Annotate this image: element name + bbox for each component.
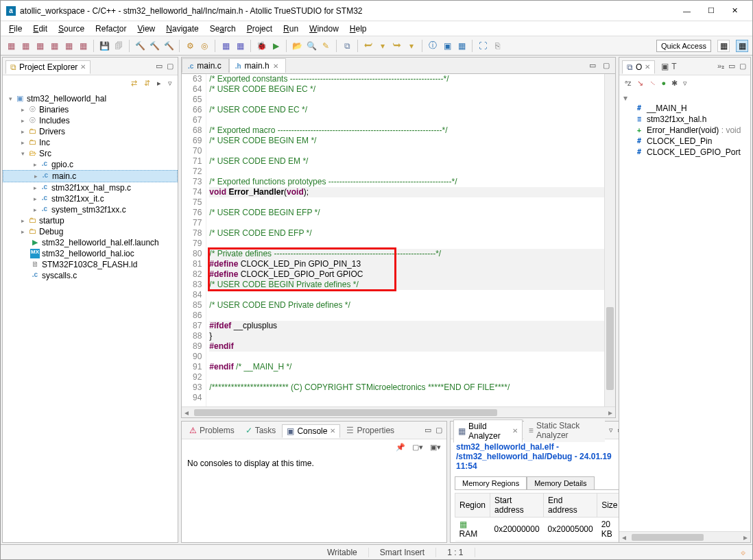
more-icon[interactable]: »₂: [716, 62, 726, 71]
fwd-dd-icon[interactable]: ▾: [405, 40, 418, 52]
hide-nonpublic-icon[interactable]: ✱: [670, 79, 679, 88]
back-dd-icon[interactable]: ▾: [376, 40, 389, 52]
tree-file[interactable]: ▸.cgpio.c: [3, 159, 178, 170]
memory-details-tab[interactable]: Memory Details: [527, 476, 594, 489]
make-icon[interactable]: ▦: [234, 40, 246, 52]
editor-tab-main-h[interactable]: .hmain.h✕: [229, 58, 286, 73]
perspective-cpp[interactable]: ▦: [717, 40, 730, 52]
tree-includes[interactable]: ▸⦾Includes: [3, 115, 178, 126]
console-tab[interactable]: ▣Console✕: [282, 424, 340, 438]
filter-icon[interactable]: ●: [660, 79, 668, 87]
maximize-editor-icon[interactable]: ▢: [601, 61, 611, 70]
tree-file[interactable]: ▸.cstm32f1xx_it.c: [3, 193, 178, 204]
tree-file-launch[interactable]: ▶stm32_helloworld_hal.elf.launch: [3, 237, 178, 248]
horizontal-scrollbar[interactable]: ◂ ▸: [619, 531, 750, 542]
toggle-icon[interactable]: ⧉: [341, 40, 353, 52]
chip-icon[interactable]: ▣: [441, 40, 453, 52]
pin-icon[interactable]: 📌: [394, 443, 407, 452]
col-end[interactable]: End address: [544, 494, 597, 518]
outline-item[interactable]: #__MAIN_H: [622, 103, 748, 114]
fwd-icon[interactable]: ⮩: [391, 40, 403, 52]
col-start[interactable]: Start address: [490, 494, 544, 518]
properties-tab[interactable]: ☰Properties: [342, 424, 399, 437]
max-icon[interactable]: ⛶: [477, 40, 489, 52]
hide-fields-icon[interactable]: ↘: [636, 79, 645, 88]
tree-file-ioc[interactable]: MXstm32_helloworld_hal.ioc: [3, 248, 178, 259]
debug-icon[interactable]: 🐞: [255, 40, 267, 52]
maximize-view-icon[interactable]: ▢: [434, 426, 444, 435]
menu-run[interactable]: Run: [278, 23, 304, 35]
build-elf-link[interactable]: stm32_helloworld_hal.elf - /stm32_hellow…: [451, 439, 639, 474]
twisty-open-icon[interactable]: ▾: [5, 95, 15, 102]
twisty-closed-icon[interactable]: ▸: [18, 128, 27, 135]
open-console-icon[interactable]: ▣▾: [429, 443, 442, 452]
tree-startup[interactable]: ▸🗀startup: [3, 215, 178, 226]
outline-tab[interactable]: ⧉ O ✕: [622, 60, 655, 74]
close-icon[interactable]: ✕: [80, 63, 86, 71]
col-region[interactable]: Region: [455, 494, 490, 518]
save-icon[interactable]: 💾: [98, 40, 110, 52]
open-icon[interactable]: 📂: [291, 40, 303, 52]
minimize-view-icon[interactable]: ▭: [727, 62, 737, 71]
new-icon[interactable]: ▦: [5, 40, 17, 52]
build-all-icon[interactable]: 🔨: [148, 40, 160, 52]
menu-edit[interactable]: Edit: [27, 23, 53, 35]
perspective-debug[interactable]: ▦: [736, 40, 748, 52]
info-icon[interactable]: ⓘ: [427, 40, 439, 52]
new-source-icon[interactable]: ▦: [48, 40, 60, 52]
target-icon[interactable]: ◎: [198, 40, 211, 52]
code-area[interactable]: /* Exported constants ------------------…: [206, 74, 604, 406]
menu-source[interactable]: Source: [53, 23, 90, 35]
twisty-closed-icon[interactable]: ▸: [30, 206, 40, 213]
twisty-closed-icon[interactable]: ▸: [18, 106, 27, 113]
twisty-closed-icon[interactable]: ▸: [18, 217, 27, 224]
link-editor-icon[interactable]: ⇵: [143, 79, 152, 88]
twisty-closed-icon[interactable]: ▸: [30, 161, 40, 168]
menu-navigate[interactable]: Navigate: [160, 23, 204, 35]
view-menu-icon[interactable]: ▿: [167, 79, 174, 88]
new-header-icon[interactable]: ▦: [62, 40, 75, 52]
memory-regions-tab[interactable]: Memory Regions: [455, 476, 527, 489]
tree-drivers[interactable]: ▸🗀Drivers: [3, 126, 178, 137]
display-icon[interactable]: ▢▾: [411, 443, 425, 452]
close-icon[interactable]: ✕: [645, 63, 650, 71]
twisty-closed-icon[interactable]: ▸: [18, 228, 27, 235]
grid-icon[interactable]: ▦: [455, 40, 468, 52]
build-icon[interactable]: 🔨: [134, 40, 146, 52]
new-folder-icon[interactable]: ▦: [34, 40, 46, 52]
manage-icon[interactable]: ⚙: [184, 40, 196, 52]
project-root[interactable]: ▾ ▣ stm32_helloworld_hal: [3, 93, 178, 104]
hide-static-icon[interactable]: ⟍: [647, 79, 658, 87]
tree-binaries[interactable]: ▸⦾Binaries: [3, 104, 178, 115]
maximize-view-icon[interactable]: ▢: [738, 62, 748, 71]
project-explorer-tab[interactable]: ⧉ Project Explorer ✕: [5, 60, 91, 74]
tree-inc[interactable]: ▸🗀Inc: [3, 137, 178, 148]
run-icon[interactable]: ▶: [270, 40, 282, 52]
scroll-thumb-h[interactable]: [632, 534, 704, 541]
vertical-scrollbar[interactable]: [604, 74, 615, 406]
wand-icon[interactable]: ✎: [320, 40, 332, 52]
tree-file[interactable]: ▸.csystem_stm32f1xx.c: [3, 204, 178, 215]
menu-help[interactable]: Help: [344, 23, 372, 35]
minimize-view-icon[interactable]: ▭: [423, 426, 433, 435]
close-icon[interactable]: ✕: [512, 427, 518, 435]
menu-file[interactable]: File: [3, 23, 27, 35]
stack-analyzer-tab[interactable]: ≡Static Stack Analyzer: [524, 419, 605, 442]
problems-tab[interactable]: ⚠Problems: [184, 424, 239, 437]
menu-window[interactable]: Window: [304, 23, 344, 35]
minimize-editor-icon[interactable]: ▭: [588, 61, 597, 70]
view-menu-icon[interactable]: ▿: [682, 79, 689, 88]
scroll-thumb[interactable]: [606, 307, 614, 390]
maximize-button[interactable]: ☐: [699, 3, 723, 19]
collapse-all-icon[interactable]: ⇄: [130, 79, 139, 88]
rss-icon[interactable]: ⟐: [741, 548, 752, 557]
save-all-icon[interactable]: 🗐: [112, 40, 125, 52]
sort-icon[interactable]: ᵃz: [623, 79, 633, 88]
quick-access-input[interactable]: Quick Access: [656, 40, 711, 52]
menu-search[interactable]: Search: [204, 23, 241, 35]
scroll-thumb-h[interactable]: [194, 409, 497, 416]
search-icon[interactable]: 🔍: [305, 40, 318, 52]
export-icon[interactable]: ⎘: [491, 40, 503, 52]
new-make-icon[interactable]: ▦: [219, 40, 232, 52]
build-analyzer-tab[interactable]: ▦Build Analyzer✕: [453, 419, 523, 443]
